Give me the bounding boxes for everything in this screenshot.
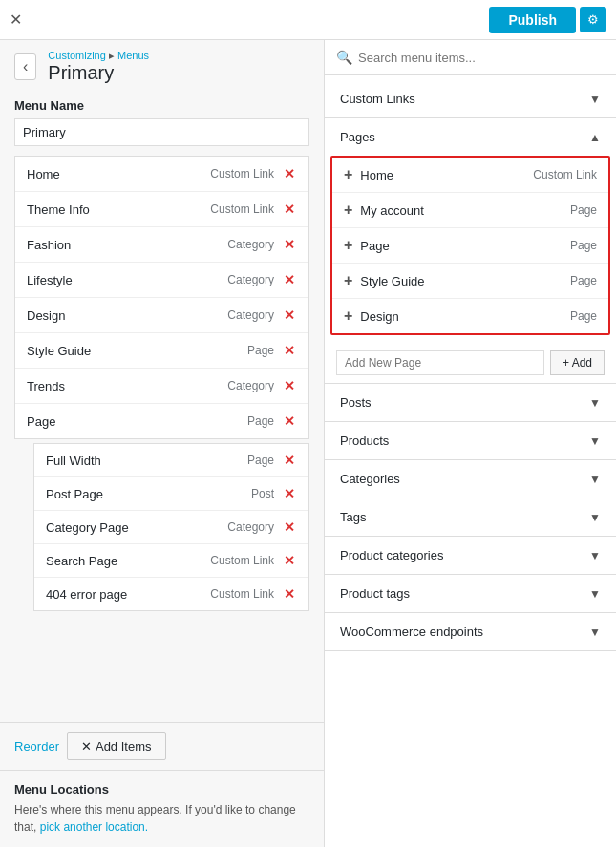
categories-header[interactable]: Categories ▼ [325, 460, 616, 498]
publish-button[interactable]: Publish [489, 7, 576, 33]
nested-item-name: Category Page [46, 520, 227, 535]
remove-icon[interactable]: ✕ [282, 237, 297, 252]
gear-button[interactable]: ⚙ [580, 7, 606, 32]
breadcrumb-text: Customizing ▸ Menus Primary [48, 50, 149, 84]
menu-item[interactable]: Lifestyle Category ✕ [15, 263, 308, 298]
customizing-link[interactable]: Customizing [48, 50, 106, 61]
products-title: Products [340, 434, 389, 448]
nested-item[interactable]: 404 error page Custom Link ✕ [34, 578, 308, 610]
pick-location-link[interactable]: pick another location. [40, 820, 148, 834]
remove-icon[interactable]: ✕ [282, 378, 297, 393]
add-label: Add [572, 356, 592, 370]
x-icon: ✕ [81, 739, 92, 753]
menu-item-type: Category [227, 308, 274, 322]
menu-item-name: Style Guide [27, 344, 247, 358]
menu-name-input[interactable] [14, 118, 309, 146]
search-input[interactable] [358, 51, 605, 65]
products-header[interactable]: Products ▼ [325, 422, 616, 459]
add-page-button[interactable]: + Add [550, 350, 605, 375]
categories-accordion: Categories ▼ [325, 460, 616, 498]
product-tags-header[interactable]: Product tags ▼ [325, 575, 616, 612]
remove-icon[interactable]: ✕ [282, 453, 297, 468]
remove-icon[interactable]: ✕ [282, 553, 297, 568]
posts-title: Posts [340, 395, 372, 410]
top-bar: ✕ Publish ⚙ [0, 0, 616, 40]
nested-item[interactable]: Search Page Custom Link ✕ [34, 544, 308, 578]
menu-item-name: Home [27, 167, 210, 181]
product-categories-header[interactable]: Product categories ▼ [325, 537, 616, 574]
add-icon[interactable]: + [344, 237, 352, 254]
add-icon[interactable]: + [344, 201, 352, 219]
menu-item[interactable]: Style Guide Page ✕ [15, 333, 308, 369]
products-accordion: Products ▼ [325, 422, 616, 460]
remove-icon[interactable]: ✕ [282, 586, 297, 602]
remove-icon[interactable]: ✕ [282, 166, 297, 181]
custom-links-accordion: Custom Links ▼ [325, 80, 616, 118]
tags-header[interactable]: Tags ▼ [325, 498, 616, 536]
add-icon[interactable]: + [344, 272, 352, 289]
remove-icon[interactable]: ✕ [282, 272, 297, 287]
page-list-item[interactable]: + Design Page [332, 299, 608, 333]
tags-accordion: Tags ▼ [325, 498, 616, 537]
menu-item[interactable]: Page Page ✕ [15, 404, 308, 438]
chevron-down-icon: ▼ [589, 93, 601, 106]
search-bar: 🔍 [325, 40, 616, 75]
menu-locations-title: Menu Locations [14, 782, 309, 796]
menu-item[interactable]: Design Category ✕ [15, 298, 308, 333]
page-list-item[interactable]: + Style Guide Page [332, 264, 608, 299]
chevron-down-icon: ▼ [589, 625, 601, 639]
menu-item-name: Fashion [27, 238, 227, 252]
remove-icon[interactable]: ✕ [282, 201, 297, 217]
menu-name-label: Menu Name [14, 98, 309, 113]
page-list-item[interactable]: + My account Page [332, 193, 608, 228]
menu-item-type: Custom Link [210, 202, 274, 216]
nested-item[interactable]: Post Page Post ✕ [34, 477, 308, 511]
product-categories-accordion: Product categories ▼ [325, 537, 616, 575]
pages-header[interactable]: Pages ▲ [325, 118, 616, 156]
page-list-item[interactable]: + Page Page [332, 228, 608, 264]
menu-locations: Menu Locations Here's where this menu ap… [0, 770, 324, 847]
menu-items-list: Home Custom Link ✕ Theme Info Custom Lin… [14, 156, 309, 439]
nested-items-list: Full Width Page ✕ Post Page Post ✕ Categ… [33, 443, 309, 611]
page-list-item[interactable]: + Home Custom Link [332, 158, 608, 193]
plus-icon: + [563, 356, 569, 370]
left-content: Menu Name Home Custom Link ✕ Theme Info … [0, 89, 324, 722]
page-list-name: Style Guide [360, 274, 570, 288]
chevron-down-icon: ▼ [589, 434, 601, 448]
menu-item[interactable]: Fashion Category ✕ [15, 227, 308, 263]
page-list-name: My account [360, 203, 570, 218]
menus-link[interactable]: Menus [117, 50, 149, 61]
menu-item[interactable]: Trends Category ✕ [15, 369, 308, 404]
main-layout: ‹ Customizing ▸ Menus Primary Menu Name … [0, 40, 616, 847]
remove-icon[interactable]: ✕ [282, 413, 297, 429]
add-new-page-input[interactable] [336, 350, 544, 375]
menu-item-type: Category [227, 273, 274, 286]
left-footer: Reorder ✕ Add Items [0, 722, 324, 770]
back-button[interactable]: ‹ [14, 53, 36, 80]
add-items-label: Add Items [96, 739, 152, 753]
reorder-link[interactable]: Reorder [14, 739, 59, 753]
menu-item-type: Page [247, 414, 274, 428]
product-tags-accordion: Product tags ▼ [325, 575, 616, 613]
breadcrumb: Customizing ▸ Menus [48, 50, 149, 62]
remove-icon[interactable]: ✕ [282, 519, 297, 535]
remove-icon[interactable]: ✕ [282, 343, 297, 358]
menu-item[interactable]: Home Custom Link ✕ [15, 157, 308, 192]
menu-item[interactable]: Theme Info Custom Link ✕ [15, 192, 308, 227]
remove-icon[interactable]: ✕ [282, 307, 297, 323]
add-icon[interactable]: + [344, 166, 352, 183]
nested-item[interactable]: Full Width Page ✕ [34, 444, 308, 477]
pages-accordion: Pages ▲ + Home Custom Link + My account [325, 118, 616, 384]
nested-item[interactable]: Category Page Category ✕ [34, 511, 308, 544]
posts-header[interactable]: Posts ▼ [325, 384, 616, 421]
custom-links-header[interactable]: Custom Links ▼ [325, 80, 616, 117]
page-list-type: Page [570, 239, 597, 252]
menu-item-type: Page [247, 344, 274, 357]
woocommerce-header[interactable]: WooCommerce endpoints ▼ [325, 613, 616, 650]
remove-icon[interactable]: ✕ [282, 486, 297, 501]
product-categories-title: Product categories [340, 548, 443, 562]
add-icon[interactable]: + [344, 307, 352, 325]
add-items-button[interactable]: ✕ Add Items [67, 732, 166, 760]
left-panel: ‹ Customizing ▸ Menus Primary Menu Name … [0, 40, 325, 847]
close-button[interactable]: ✕ [10, 11, 22, 29]
